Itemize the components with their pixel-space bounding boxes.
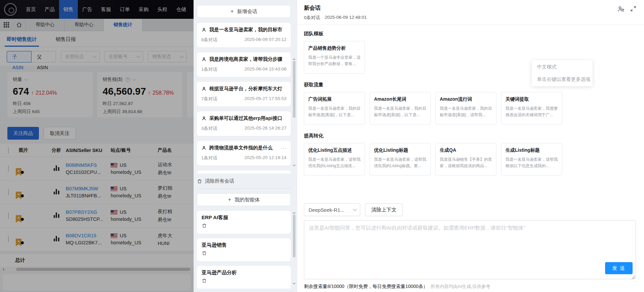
- template-card-desc: 我是一名亚马逊卖家，请帮我优化我的Listing标题。要...: [374, 156, 426, 169]
- template-card-desc: 我是亚马逊销售【手表】的卖家，请根据我提供的商品...: [440, 156, 492, 169]
- conversation-time: 2025-05-27 17:55:53: [245, 96, 286, 102]
- conversation-time: 2025-06-09 07:20:12: [245, 37, 286, 43]
- chat-main-panel: 新会话 0条对话 2025-06-09 12:48:01 团队模板 产品销售趋势: [297, 0, 644, 292]
- sidebar-divider: [197, 189, 291, 189]
- conversation-title: 跨境物流提单文件指的是什么: [209, 145, 278, 151]
- plus-icon: +: [228, 196, 231, 203]
- template-card[interactable]: 广告词拓展 我是一名亚马逊卖家，我的目标市场是[美国]，以下是...: [304, 92, 365, 125]
- agents-scrollbar[interactable]: [292, 210, 296, 291]
- expand-fullscreen-icon[interactable]: [630, 5, 637, 13]
- scrollbar-thumb[interactable]: [293, 61, 296, 118]
- conversation-item[interactable]: 跨境物流提单文件指的是什么 ··· 1条对话 2025-05-20 12:19:…: [197, 141, 291, 165]
- conversation-title: 采购单可以通过其他erp用api接口: [209, 115, 286, 121]
- template-card-desc: 我是一名亚马逊卖家，我的目标市场是[美国]，以下是...: [374, 105, 426, 118]
- section-title-improve-conversion: 提高转化: [304, 133, 637, 139]
- conversation-time: 2025-05-20 12:19:14: [245, 155, 286, 161]
- template-card-title: Amazon长尾词: [374, 96, 426, 102]
- agent-name: 亚马逊产品分析: [202, 270, 286, 276]
- conversation-item[interactable]: 根据亚马逊平台，分析摩托车大灯 7条对话 2025-05-27 17:55:53: [197, 82, 291, 106]
- agent-item[interactable]: 亚马逊销售: [197, 238, 291, 261]
- trash-icon[interactable]: [202, 278, 207, 283]
- chat-composer: DeepSeek-R1... 清除上下文 发 送 剩余搜索量8/10000（限时…: [304, 200, 636, 292]
- chat-header: 新会话 0条对话 2025-06-09 12:48:01: [297, 0, 644, 25]
- model-select[interactable]: DeepSeek-R1...: [304, 203, 360, 216]
- conversation-time: 2025-06-04 15:43:06: [245, 66, 286, 72]
- template-card[interactable]: Amazon长尾词 我是一名亚马逊卖家，我的目标市场是[美国]，以下是...: [370, 92, 431, 125]
- template-card-title: 优化Listing五点描述: [308, 147, 361, 153]
- template-card-title: 生成Listing标题: [505, 147, 558, 153]
- scroll-down-arrow-icon[interactable]: [292, 165, 296, 168]
- chat-timestamp: 2025-06-09 12:48:01: [325, 15, 367, 21]
- quota-footer: 剩余搜索量8/10000（限时免费，每日免费搜索量10000条）所有内容均由AI…: [304, 284, 490, 290]
- agent-item[interactable]: 亚马逊产品分析: [197, 266, 291, 289]
- user-icon: [201, 27, 207, 33]
- conversation-title: 我是一名亚马逊卖家，我的目标市: [209, 27, 286, 33]
- more-options-icon[interactable]: ···: [281, 145, 286, 151]
- conversation-count: 3条对话: [201, 126, 217, 132]
- conversation-count: 7条对话: [201, 96, 217, 102]
- my-agents-label: 我的智能体: [234, 197, 260, 203]
- template-card-title: 生成QA: [440, 147, 492, 153]
- plus-icon: +: [230, 8, 234, 15]
- conversation-item[interactable]: 采购单可以通过其他erp用api接口 3条对话 2025-05-26 14:26…: [197, 111, 291, 136]
- template-card-desc: 我是一个亚马逊专业卖家，请帮我分析产品数据，要有...: [308, 54, 361, 67]
- context-menu-item-language[interactable]: 中文模式: [537, 64, 587, 70]
- clear-all-label: 清除所有会话: [205, 178, 234, 184]
- user-icon: [201, 116, 207, 121]
- new-session-button[interactable]: + 新增会话: [197, 5, 291, 18]
- scroll-down-arrow-icon[interactable]: [292, 283, 296, 286]
- template-card[interactable]: 生成QA 我是亚马逊销售【手表】的卖家，请根据我提供的商品...: [435, 143, 496, 176]
- scroll-up-arrow-icon[interactable]: [292, 56, 296, 60]
- template-card-desc: 我是一名亚马逊卖家，请帮我优化我的Listing五点描述...: [308, 156, 361, 169]
- template-card[interactable]: 优化Listing标题 我是一名亚马逊卖家，请帮我优化我的Listing标题。要…: [370, 143, 431, 176]
- template-card-desc: 我是一名亚马逊卖家，我的目标市场是[美国]，请帮我...: [440, 105, 492, 118]
- scroll-up-arrow-icon[interactable]: [292, 210, 296, 213]
- conversation-scrollbar[interactable]: [292, 56, 296, 172]
- conversation-count: 8条对话: [201, 37, 217, 43]
- conversation-time: 2025-05-26 14:26:27: [245, 126, 286, 132]
- trash-icon[interactable]: [202, 250, 207, 256]
- erp-main-region: 首页 产品 销售 广告 客服 订单 采购 头程 仓储 帮助中心 帮助中心: [0, 0, 194, 292]
- chat-input[interactable]: [304, 220, 636, 279]
- template-card-desc: 我是一名亚马逊卖家，我的目标市场是[美国]，以下是...: [308, 105, 361, 118]
- conversation-item[interactable]: 我是跨境电商卖家，请帮我分步骤 1条对话 2025-06-04 15:43:06: [197, 52, 291, 77]
- section-title-team-templates: 团队模板: [304, 31, 637, 37]
- context-menu-popup: 中文模式 单击右键以查看更多选项: [532, 60, 593, 86]
- chat-title: 新会话: [304, 4, 637, 12]
- ai-disclaimer: 所有内容均由AI生成,仅供参考: [431, 284, 491, 289]
- template-card-title: 广告词拓展: [308, 96, 361, 102]
- conversation-count: 1条对话: [201, 66, 217, 72]
- template-card[interactable]: 关键词提取 我是一名亚马逊卖家，我需要挑选合适的关键词用于广...: [501, 92, 562, 125]
- trash-icon[interactable]: [202, 223, 207, 228]
- chat-sidebar: + 新增会话 我是一名亚马逊卖家，我的目标市 8条对话 2025-06-09 0…: [194, 0, 297, 292]
- clear-context-button[interactable]: 清除上下文: [365, 203, 403, 216]
- conversation-item[interactable]: 我是一名亚马逊卖家，我的目标市 8条对话 2025-06-09 07:20:12: [197, 23, 291, 47]
- template-card[interactable]: 优化Listing五点描述 我是一名亚马逊卖家，请帮我优化我的Listing五点…: [304, 143, 365, 176]
- conversation-count: 1条对话: [201, 155, 217, 161]
- template-card-desc: 我是一名亚马逊卖家，我需要挑选合适的关键词用于广...: [505, 105, 558, 118]
- clear-all-sessions[interactable]: 清除所有会话: [197, 178, 291, 184]
- trash-icon: [197, 179, 202, 184]
- send-button[interactable]: 发 送: [605, 262, 633, 274]
- conversation-item-partial[interactable]: [197, 171, 291, 174]
- new-session-label: 新增会话: [237, 8, 257, 15]
- template-card-title: 关键词提取: [505, 96, 558, 102]
- scrollbar-thumb[interactable]: [293, 214, 296, 257]
- resize-handle[interactable]: [632, 276, 635, 279]
- conversation-title: 根据亚马逊平台，分析摩托车大灯: [209, 86, 286, 92]
- context-menu-hint: 单击右键以查看更多选项: [537, 76, 587, 83]
- template-card[interactable]: Amazon流行词 我是一名亚马逊卖家，我的目标市场是[美国]，请帮我...: [435, 92, 496, 125]
- template-card-title: Amazon流行词: [440, 96, 492, 102]
- modal-dim-overlay: [0, 0, 194, 292]
- template-sections: 团队模板 产品销售趋势分析 我是一个亚马逊专业卖家，请帮我分析产品数据，要有..…: [297, 25, 644, 176]
- template-card[interactable]: 生成Listing标题 我是一名亚马逊卖家，请帮我根据以下信息生成我的...: [501, 143, 562, 176]
- chat-message-count: 0条对话: [304, 15, 320, 21]
- agent-item[interactable]: ERP AI客服: [197, 211, 291, 234]
- my-agents-button[interactable]: + 我的智能体: [197, 193, 291, 206]
- conversation-title: 我是跨境电商卖家，请帮我分步骤: [209, 56, 286, 62]
- user-search-icon[interactable]: [617, 5, 625, 13]
- template-card[interactable]: 产品销售趋势分析 我是一个亚马逊专业卖家，请帮我分析产品数据，要有...: [304, 41, 365, 74]
- template-card-title: 产品销售趋势分析: [308, 45, 361, 51]
- quota-text: 剩余搜索量8/10000（限时免费，每日免费搜索量10000条）: [304, 284, 428, 289]
- user-icon: [201, 145, 207, 151]
